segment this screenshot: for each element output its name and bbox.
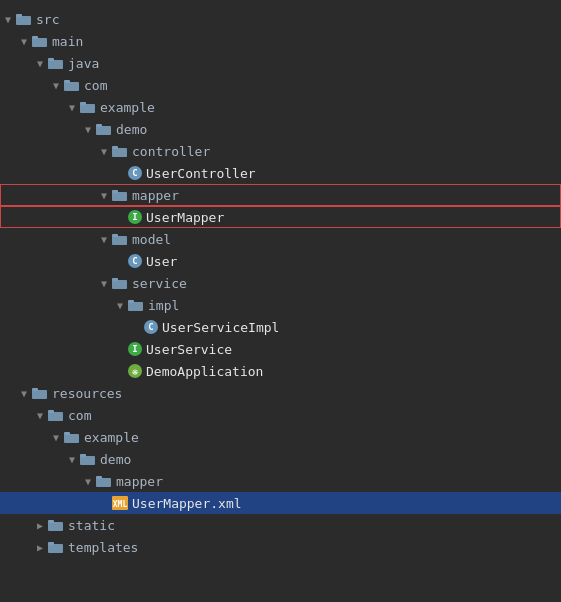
- svg-rect-26: [64, 434, 79, 443]
- item-label: User: [146, 254, 177, 269]
- svg-rect-24: [48, 412, 63, 421]
- tree-item-demo1[interactable]: demo: [0, 118, 561, 140]
- svg-rect-17: [112, 234, 118, 237]
- tree-item-UserService[interactable]: IUserService: [0, 338, 561, 360]
- arrow-icon: [112, 300, 128, 311]
- svg-rect-8: [80, 104, 95, 113]
- folder-icon: [112, 232, 128, 246]
- svg-rect-9: [80, 102, 86, 105]
- svg-rect-31: [96, 476, 102, 479]
- tree-item-com2[interactable]: com: [0, 404, 561, 426]
- arrow-icon: [80, 476, 96, 487]
- tree-item-example2[interactable]: example: [0, 426, 561, 448]
- item-label: service: [132, 276, 187, 291]
- tree-item-controller[interactable]: controller: [0, 140, 561, 162]
- tree-item-resources[interactable]: resources: [0, 382, 561, 404]
- item-label: static: [68, 518, 115, 533]
- tree-item-mapper2[interactable]: mapper: [0, 470, 561, 492]
- arrow-icon: [32, 542, 48, 553]
- svg-rect-18: [112, 280, 127, 289]
- item-label: templates: [68, 540, 138, 555]
- svg-rect-1: [16, 14, 22, 17]
- tree-item-UserServiceImpl[interactable]: CUserServiceImpl: [0, 316, 561, 338]
- svg-rect-20: [128, 302, 143, 311]
- svg-rect-11: [96, 124, 102, 127]
- item-label: main: [52, 34, 83, 49]
- item-label: controller: [132, 144, 210, 159]
- tree-item-demo2[interactable]: demo: [0, 448, 561, 470]
- item-label: UserMapper: [146, 210, 224, 225]
- item-label: UserServiceImpl: [162, 320, 279, 335]
- svg-rect-36: [48, 544, 63, 553]
- tree-item-mapper1[interactable]: mapper: [0, 184, 561, 206]
- tree-item-model[interactable]: model: [0, 228, 561, 250]
- item-label: mapper: [132, 188, 179, 203]
- folder-icon: [64, 430, 80, 444]
- tree-item-com1[interactable]: com: [0, 74, 561, 96]
- interface-icon: I: [128, 210, 142, 224]
- spring-icon: ❋: [128, 364, 142, 378]
- item-label: resources: [52, 386, 122, 401]
- tree-item-DemoApplication[interactable]: ❋DemoApplication: [0, 360, 561, 382]
- tree-item-impl[interactable]: impl: [0, 294, 561, 316]
- svg-rect-4: [48, 60, 63, 69]
- tree-item-UserMapper-xml[interactable]: XML UserMapper.xml: [0, 492, 561, 514]
- svg-rect-23: [32, 388, 38, 391]
- tree-item-static[interactable]: static: [0, 514, 561, 536]
- tree-item-example1[interactable]: example: [0, 96, 561, 118]
- svg-rect-35: [48, 520, 54, 523]
- item-label: src: [36, 12, 59, 27]
- svg-rect-3: [32, 36, 38, 39]
- item-label: example: [100, 100, 155, 115]
- tree-item-src[interactable]: src: [0, 8, 561, 30]
- item-label: demo: [100, 452, 131, 467]
- file-tree: src main java com example demo controlle…: [0, 0, 561, 566]
- tree-item-UserMapper1[interactable]: IUserMapper: [0, 206, 561, 228]
- item-label: UserService: [146, 342, 232, 357]
- folder-icon: [48, 56, 64, 70]
- folder-icon: [32, 34, 48, 48]
- svg-rect-14: [112, 192, 127, 201]
- arrow-icon: [96, 234, 112, 245]
- class-c-icon: C: [128, 166, 142, 180]
- folder-icon: [48, 408, 64, 422]
- tree-item-templates[interactable]: templates: [0, 536, 561, 558]
- svg-rect-22: [32, 390, 47, 399]
- arrow-icon: [80, 124, 96, 135]
- svg-rect-30: [96, 478, 111, 487]
- arrow-icon: [0, 14, 16, 25]
- arrow-icon: [32, 58, 48, 69]
- folder-icon: [64, 78, 80, 92]
- svg-rect-10: [96, 126, 111, 135]
- item-label: com: [84, 78, 107, 93]
- svg-rect-29: [80, 454, 86, 457]
- tree-item-java[interactable]: java: [0, 52, 561, 74]
- arrow-icon: [96, 190, 112, 201]
- item-label: demo: [116, 122, 147, 137]
- svg-rect-2: [32, 38, 47, 47]
- svg-rect-27: [64, 432, 70, 435]
- folder-icon: [80, 100, 96, 114]
- folder-icon: [48, 518, 64, 532]
- tree-item-main[interactable]: main: [0, 30, 561, 52]
- folder-icon: [96, 122, 112, 136]
- svg-rect-6: [64, 82, 79, 91]
- item-label: model: [132, 232, 171, 247]
- folder-icon: [16, 12, 32, 26]
- svg-rect-28: [80, 456, 95, 465]
- svg-rect-0: [16, 16, 31, 25]
- svg-rect-21: [128, 300, 134, 303]
- tree-item-service[interactable]: service: [0, 272, 561, 294]
- class-c-icon: C: [144, 320, 158, 334]
- arrow-icon: [64, 102, 80, 113]
- item-label: UserMapper.xml: [132, 496, 242, 511]
- folder-icon: [112, 144, 128, 158]
- tree-item-UserController[interactable]: CUserController: [0, 162, 561, 184]
- arrow-icon: [96, 278, 112, 289]
- arrow-icon: [96, 146, 112, 157]
- tree-item-User[interactable]: CUser: [0, 250, 561, 272]
- item-label: example: [84, 430, 139, 445]
- svg-rect-25: [48, 410, 54, 413]
- item-label: DemoApplication: [146, 364, 263, 379]
- arrow-icon: [16, 36, 32, 47]
